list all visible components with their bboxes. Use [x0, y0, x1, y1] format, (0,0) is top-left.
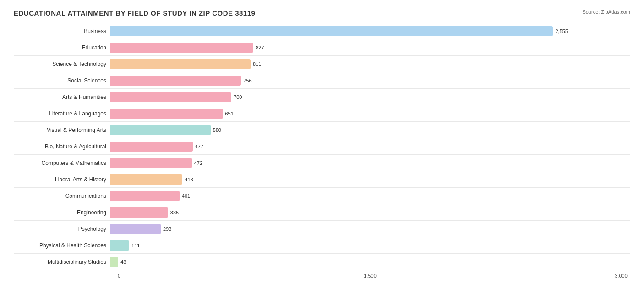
bar-label: Psychology: [14, 226, 110, 232]
chart-title: EDUCATIONAL ATTAINMENT BY FIELD OF STUDY…: [14, 9, 255, 17]
bar-value-label: 651: [225, 111, 234, 116]
bar-fill: 827: [110, 43, 253, 53]
bar-container: 580: [110, 125, 630, 135]
bar-value-label: 335: [170, 210, 179, 215]
bar-fill: 472: [110, 158, 192, 168]
bar-label: Social Sciences: [14, 77, 110, 84]
x-axis-tick: 0: [110, 273, 128, 278]
bar-value-label: 111: [131, 243, 140, 248]
bar-label: Business: [14, 28, 110, 34]
bar-container: 651: [110, 109, 630, 119]
bar-row: Arts & Humanities700: [14, 89, 630, 105]
bar-value-label: 401: [182, 193, 190, 199]
bar-row: Science & Technology811: [14, 56, 630, 72]
bar-row: Business2,555: [14, 23, 630, 39]
bar-fill: 2,555: [110, 26, 553, 36]
x-axis-labels: 01,5003,000: [110, 273, 630, 278]
bar-label: Physical & Health Sciences: [14, 242, 110, 249]
bar-container: 472: [110, 158, 630, 168]
bar-label: Bio, Nature & Agricultural: [14, 143, 110, 150]
bar-row: Visual & Performing Arts580: [14, 122, 630, 138]
bar-container: 477: [110, 142, 630, 152]
bar-container: 700: [110, 92, 630, 102]
bar-label: Liberal Arts & History: [14, 176, 110, 183]
x-axis-tick: 1,500: [361, 273, 379, 278]
bar-label: Computers & Mathematics: [14, 160, 110, 166]
bar-row: Liberal Arts & History418: [14, 171, 630, 188]
bar-chart: Business2,555Education827Science & Techn…: [14, 23, 630, 270]
bar-fill: 48: [110, 257, 118, 267]
bar-row: Psychology293: [14, 221, 630, 237]
bar-value-label: 827: [256, 45, 264, 50]
bar-value-label: 293: [163, 226, 171, 232]
bar-fill: 293: [110, 224, 161, 234]
bar-row: Physical & Health Sciences111: [14, 237, 630, 254]
bar-fill: 580: [110, 125, 211, 135]
bar-container: 2,555: [110, 26, 630, 36]
bar-label: Visual & Performing Arts: [14, 127, 110, 133]
bar-value-label: 2,555: [555, 28, 568, 34]
bar-container: 418: [110, 174, 630, 185]
bar-row: Engineering335: [14, 204, 630, 221]
bar-label: Communications: [14, 193, 110, 199]
bar-row: Education827: [14, 39, 630, 56]
bar-label: Engineering: [14, 209, 110, 216]
bar-row: Social Sciences756: [14, 72, 630, 89]
bar-container: 335: [110, 207, 630, 218]
x-axis-tick: 3,000: [612, 273, 630, 278]
bar-label: Arts & Humanities: [14, 94, 110, 100]
bar-fill: 418: [110, 174, 182, 185]
bar-value-label: 700: [234, 94, 242, 100]
bar-container: 756: [110, 76, 630, 86]
bar-value-label: 472: [194, 160, 202, 166]
bar-row: Bio, Nature & Agricultural477: [14, 138, 630, 155]
bar-value-label: 418: [185, 177, 193, 182]
bar-container: 811: [110, 59, 630, 69]
bar-row: Multidisciplinary Studies48: [14, 254, 630, 270]
bar-container: 48: [110, 257, 630, 267]
bar-fill: 401: [110, 191, 180, 201]
bar-row: Communications401: [14, 188, 630, 204]
bar-value-label: 580: [213, 127, 221, 133]
chart-container: EDUCATIONAL ATTAINMENT BY FIELD OF STUDY…: [14, 9, 630, 278]
bar-row: Computers & Mathematics472: [14, 155, 630, 171]
bar-fill: 477: [110, 142, 193, 152]
bar-label: Education: [14, 44, 110, 51]
bar-fill: 700: [110, 92, 231, 102]
source-label: Source: ZipAtlas.com: [582, 9, 630, 15]
bar-label: Multidisciplinary Studies: [14, 259, 110, 265]
bar-container: 111: [110, 240, 630, 251]
bar-container: 827: [110, 43, 630, 53]
bar-container: 293: [110, 224, 630, 234]
bar-fill: 811: [110, 59, 251, 69]
x-axis: 01,5003,000: [110, 273, 630, 278]
bar-value-label: 48: [120, 259, 126, 265]
bar-value-label: 477: [195, 144, 203, 149]
bar-container: 401: [110, 191, 630, 201]
bar-fill: 651: [110, 109, 223, 119]
bar-row: Literature & Languages651: [14, 105, 630, 122]
bar-fill: 335: [110, 207, 168, 218]
bar-fill: 111: [110, 240, 129, 251]
bar-label: Science & Technology: [14, 61, 110, 67]
bar-label: Literature & Languages: [14, 110, 110, 117]
bar-fill: 756: [110, 76, 241, 86]
bar-value-label: 756: [243, 78, 251, 83]
bar-value-label: 811: [253, 61, 261, 67]
